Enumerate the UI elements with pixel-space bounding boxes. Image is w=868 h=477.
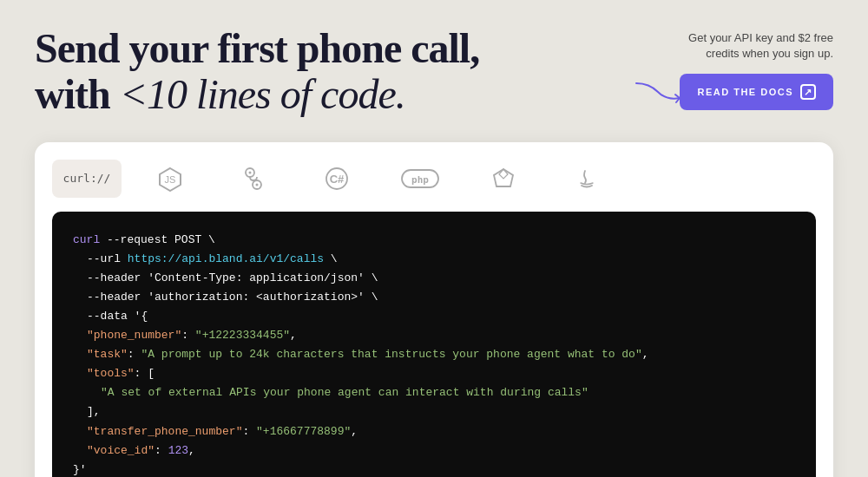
- tab-csharp[interactable]: C#: [302, 160, 372, 198]
- code-line-13: }': [73, 461, 795, 477]
- ruby-icon: [491, 167, 516, 191]
- cta-row: READ THE DOCS ↗: [632, 74, 833, 110]
- svg-text:C#: C#: [330, 173, 345, 186]
- tab-python[interactable]: [219, 160, 288, 198]
- code-line-1: curl --request POST \: [73, 231, 795, 250]
- code-line-4: --header 'authorization: <authorization>…: [73, 288, 795, 307]
- tab-java[interactable]: [552, 160, 621, 198]
- code-line-3: --header 'Content-Type: application/json…: [73, 269, 795, 288]
- headline-block: Send your first phone call, with <10 lin…: [35, 26, 479, 118]
- read-docs-button[interactable]: READ THE DOCS ↗: [680, 74, 833, 110]
- tab-curl[interactable]: curl://: [52, 160, 122, 198]
- svg-text:JS: JS: [165, 174, 176, 185]
- java-icon: [575, 167, 599, 191]
- code-line-5: --data '{: [73, 307, 795, 326]
- nodejs-icon: JS: [157, 166, 183, 192]
- code-line-7: "task": "A prompt up to 24k characters t…: [73, 345, 795, 364]
- tab-php[interactable]: php: [385, 160, 455, 198]
- headline-line2-prefix: with: [35, 71, 120, 117]
- code-block: curl --request POST \ --url https://api.…: [52, 212, 816, 477]
- svg-point-4: [249, 171, 252, 173]
- code-line-6: "phone_number": "+12223334455",: [73, 326, 795, 345]
- headline-line2-italic: <10 lines of code.: [120, 71, 405, 117]
- read-docs-label: READ THE DOCS: [697, 87, 793, 97]
- code-line-9: "A set of external APIs your phone agent…: [73, 383, 795, 402]
- svg-text:php: php: [411, 173, 429, 185]
- tab-nodejs[interactable]: JS: [135, 160, 205, 198]
- svg-point-5: [256, 183, 259, 186]
- svg-marker-10: [494, 169, 513, 186]
- arrow-curve-icon: [632, 79, 684, 105]
- code-line-11: "transfer_phone_number": "+16667778899",: [73, 422, 795, 441]
- tab-ruby[interactable]: [469, 160, 538, 198]
- cta-subtext: Get your API key and $2 free credits whe…: [660, 30, 833, 62]
- code-panel: curl:// JS C#: [35, 142, 833, 477]
- code-line-10: ],: [73, 402, 795, 421]
- cta-block: Get your API key and $2 free credits whe…: [632, 26, 833, 110]
- csharp-icon: C#: [325, 167, 349, 191]
- code-line-8: "tools": [: [73, 364, 795, 383]
- tab-bar: curl:// JS C#: [52, 160, 816, 198]
- python-icon: [241, 167, 266, 191]
- header-section: Send your first phone call, with <10 lin…: [35, 26, 833, 118]
- tab-curl-label: curl://: [63, 172, 111, 185]
- headline: Send your first phone call, with <10 lin…: [35, 26, 479, 118]
- page-wrapper: Send your first phone call, with <10 lin…: [0, 0, 868, 477]
- php-icon: php: [401, 169, 439, 188]
- external-link-icon: ↗: [800, 84, 816, 100]
- headline-line1: Send your first phone call,: [35, 25, 479, 71]
- code-line-2: --url https://api.bland.ai/v1/calls \: [73, 250, 795, 269]
- code-line-12: "voice_id": 123,: [73, 441, 795, 461]
